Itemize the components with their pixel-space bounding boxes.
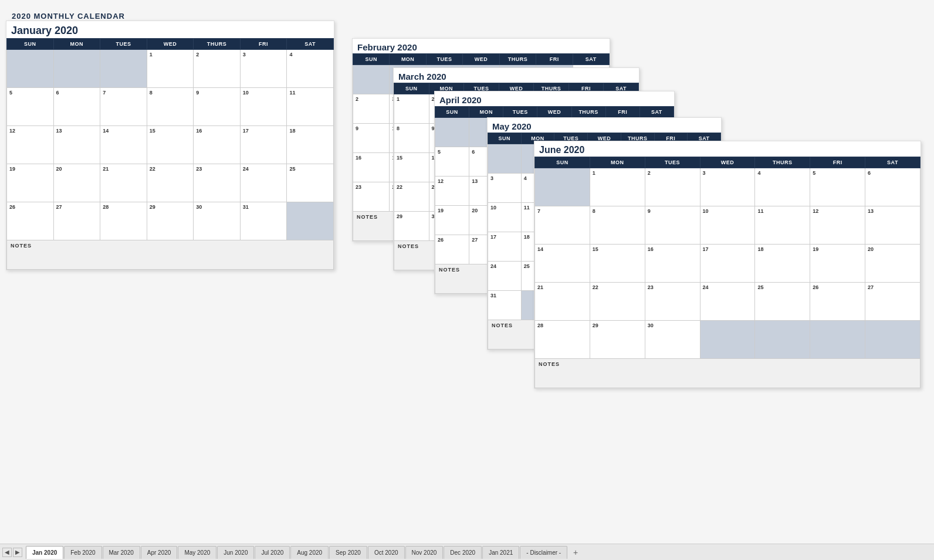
tab-aug-2020[interactable]: Aug 2020 — [290, 546, 329, 559]
table-row: 22 — [590, 283, 645, 321]
table-row: 12 — [7, 126, 54, 164]
table-row: 13 — [865, 206, 921, 245]
tab-apr-2020[interactable]: Apr 2020 — [141, 546, 178, 559]
table-row: 16 — [353, 153, 390, 182]
table-row: 16 — [645, 245, 700, 283]
tab-nov-2020[interactable]: Nov 2020 — [405, 546, 444, 559]
table-row — [488, 144, 522, 174]
june-notes[interactable]: NOTES — [535, 359, 921, 388]
table-row: 23 — [353, 182, 390, 212]
table-row: 25 — [287, 164, 334, 202]
table-row: 7 — [100, 88, 147, 126]
table-row: 28 — [535, 321, 590, 359]
table-row: 20 — [865, 245, 921, 283]
table-row: 22 — [394, 182, 429, 212]
table-row: 11 — [287, 88, 334, 126]
table-row: 14 — [535, 245, 590, 283]
tab-bar: ◀ ▶ Jan 2020 Feb 2020 Mar 2020 Apr 2020 … — [0, 544, 934, 560]
table-row: 3 — [240, 50, 287, 88]
table-row: 10 — [240, 88, 287, 126]
jan-wed: WED — [147, 39, 194, 50]
table-row: 12 — [435, 177, 469, 206]
june-title: June 2020 — [534, 141, 921, 157]
table-row: 26 — [7, 202, 54, 240]
tab-jan-2020[interactable]: Jan 2020 — [26, 546, 63, 559]
table-row — [435, 118, 469, 147]
table-row — [100, 50, 147, 88]
table-row: 21 — [535, 283, 590, 321]
table-row — [700, 321, 755, 359]
table-row — [287, 202, 334, 240]
table-row: 26 — [810, 283, 865, 321]
tab-add-button[interactable]: + — [569, 546, 582, 559]
tab-may-2020[interactable]: May 2020 — [178, 546, 216, 559]
table-row: 10 — [488, 203, 522, 232]
table-row — [353, 65, 390, 94]
june-calendar: June 2020 SUNMONTUESWEDTHURSFRISAT 1 2 3… — [534, 141, 921, 389]
table-row: 4 — [287, 50, 334, 88]
tab-feb-2020[interactable]: Feb 2020 — [64, 546, 101, 559]
table-row: 4 — [755, 168, 810, 206]
jan-thurs: THURS — [194, 39, 241, 50]
tab-oct-2020[interactable]: Oct 2020 — [368, 546, 405, 559]
table-row: 29 — [590, 321, 645, 359]
table-row: 16 — [194, 126, 241, 164]
table-row: 11 — [755, 206, 810, 245]
tab-jul-2020[interactable]: Jul 2020 — [255, 546, 290, 559]
january-title: January 2020 — [6, 21, 334, 38]
table-row: 2 — [194, 50, 241, 88]
table-row: 29 — [394, 212, 429, 241]
table-row: 3 — [488, 174, 522, 203]
table-row: 6 — [53, 88, 100, 126]
jan-tues: TUES — [100, 39, 147, 50]
table-row: 18 — [755, 245, 810, 283]
table-row: 6 — [865, 168, 921, 206]
tab-sep-2020[interactable]: Sep 2020 — [329, 546, 367, 559]
tab-navigation: ◀ ▶ — [2, 548, 23, 557]
april-title: April 2020 — [435, 91, 674, 106]
table-row: 31 — [240, 202, 287, 240]
table-row: 1 — [147, 50, 194, 88]
table-row: 26 — [435, 235, 469, 264]
table-row: 1 — [394, 94, 429, 124]
january-notes[interactable]: NOTES — [7, 240, 334, 270]
table-row: 2 — [353, 94, 390, 124]
february-title: February 2020 — [353, 39, 610, 53]
tab-next-button[interactable]: ▶ — [13, 548, 22, 557]
table-row: 24 — [240, 164, 287, 202]
table-row: 17 — [240, 126, 287, 164]
table-row: 21 — [100, 164, 147, 202]
table-row: 5 — [435, 147, 469, 177]
table-row: 8 — [147, 88, 194, 126]
table-row: 14 — [100, 126, 147, 164]
tab-disclaimer[interactable]: - Disclaimer - — [520, 546, 567, 559]
tab-jun-2020[interactable]: Jun 2020 — [217, 546, 254, 559]
table-row: 1 — [590, 168, 645, 206]
table-row: 23 — [194, 164, 241, 202]
tab-jan-2021[interactable]: Jan 2021 — [482, 546, 519, 559]
march-title: March 2020 — [394, 68, 639, 83]
table-row: 20 — [53, 164, 100, 202]
tab-prev-button[interactable]: ◀ — [2, 548, 12, 557]
table-row — [53, 50, 100, 88]
main-area: 2020 MONTHLY CALENDAR January 2020 SUN M… — [0, 0, 934, 544]
table-row: 22 — [147, 164, 194, 202]
table-row: 28 — [100, 202, 147, 240]
table-row: 8 — [394, 124, 429, 153]
table-row: 27 — [865, 283, 921, 321]
table-row: 9 — [353, 124, 390, 153]
jan-sat: SAT — [287, 39, 334, 50]
table-row: 19 — [435, 206, 469, 235]
tab-mar-2020[interactable]: Mar 2020 — [103, 546, 140, 559]
table-row — [810, 321, 865, 359]
table-row: 5 — [7, 88, 54, 126]
table-row: 23 — [645, 283, 700, 321]
table-row: 17 — [700, 245, 755, 283]
page-title: 2020 MONTHLY CALENDAR — [12, 12, 922, 21]
table-row: 9 — [645, 206, 700, 245]
table-row — [755, 321, 810, 359]
table-row: 29 — [147, 202, 194, 240]
table-row: 19 — [7, 164, 54, 202]
tab-dec-2020[interactable]: Dec 2020 — [444, 546, 482, 559]
table-row — [535, 168, 590, 206]
